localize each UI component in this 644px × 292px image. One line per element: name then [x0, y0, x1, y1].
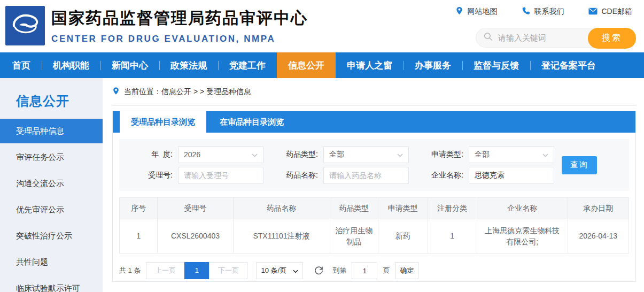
- nav-party[interactable]: 党建工作: [218, 52, 277, 78]
- site-header: 国家药品监督管理局药品审评中心 CENTER FOR DRUG EVALUATI…: [0, 0, 644, 52]
- chevron-down-icon: [293, 267, 298, 275]
- prev-page-button[interactable]: 上一页: [146, 262, 184, 279]
- sidebar-title: 信息公开: [0, 78, 103, 119]
- col-drug-name: 药品名称: [233, 198, 330, 219]
- pagination: 共 1 条 上一页 1 下一页 10 条/页 到第 页 确定: [119, 262, 629, 279]
- nav-applicant-window[interactable]: 申请人之窗: [336, 52, 404, 78]
- sidebar-item-review-tasks[interactable]: 审评任务公示: [0, 145, 103, 170]
- col-company: 企业名称: [477, 198, 568, 219]
- acceptance-no-label: 受理号:: [129, 171, 173, 180]
- col-drug-type: 药品类型: [330, 198, 378, 219]
- cell-date: 2026-04-13: [568, 219, 629, 253]
- sitemap-label: 网站地图: [467, 7, 497, 17]
- confirm-button[interactable]: 确定: [395, 262, 418, 279]
- site-title-cn: 国家药品监督管理局药品审评中心: [51, 7, 308, 29]
- cell-drug-type: 治疗用生物制品: [330, 219, 378, 253]
- chevron-down-icon: [397, 150, 403, 159]
- main-nav: 首页 机构职能 新闻中心 政策法规 党建工作 信息公开 申请人之窗 办事服务 监…: [0, 52, 644, 78]
- cde-mail-label: CDE邮箱: [601, 7, 632, 17]
- company-label: 企业名称:: [420, 171, 463, 180]
- results-table: 序号 受理号 药品名称 药品类型 申请类型 注册分类 企业名称 承办日期 1 C…: [119, 197, 629, 253]
- nav-home[interactable]: 首页: [1, 52, 42, 78]
- goto-unit: 页: [383, 266, 390, 275]
- sidebar-item-communication[interactable]: 沟通交流公示: [0, 171, 103, 196]
- table-row: 1 CXSL2600403 STX11101注射液 治疗用生物制品 新药 1 上…: [120, 219, 629, 253]
- cell-acceptance-no: CXSL2600403: [158, 219, 233, 253]
- cell-company: 上海思德克索生物科技有限公司;: [477, 219, 568, 253]
- year-value: 2026: [184, 150, 200, 159]
- cell-apply-type: 新药: [378, 219, 428, 253]
- search-button[interactable]: 搜索: [588, 28, 636, 49]
- apply-type-value: 全部: [475, 150, 490, 159]
- contact-label: 联系我们: [534, 7, 564, 17]
- goto-page-input[interactable]: [352, 262, 377, 279]
- drug-type-label: 药品类型:: [274, 150, 318, 159]
- col-seq: 序号: [120, 198, 158, 219]
- site-title-en: CENTER FOR DRUG EVALUATION, NMPA: [51, 34, 308, 44]
- drug-name-input[interactable]: [323, 167, 409, 184]
- location-pin-icon: [455, 6, 463, 17]
- sidebar-item-breakthrough-therapy[interactable]: 突破性治疗公示: [0, 224, 103, 248]
- apply-type-label: 申请类型:: [420, 150, 463, 159]
- content-panel: 受理品种目录浏览 在审品种目录浏览 年 度: 2026 药品类型: 全部 申请类…: [112, 111, 636, 282]
- total-count: 共 1 条: [119, 266, 141, 275]
- chevron-down-icon: [252, 150, 258, 159]
- tab-under-review-catalog[interactable]: 在审品种目录浏览: [206, 111, 297, 133]
- sidebar-item-clinical-trial-license[interactable]: 临床试验默示许可: [0, 276, 103, 292]
- table-header-row: 序号 受理号 药品名称 药品类型 申请类型 注册分类 企业名称 承办日期: [120, 198, 629, 219]
- sidebar-item-priority-review[interactable]: 优先审评公示: [0, 197, 103, 222]
- nav-policy[interactable]: 政策法规: [159, 52, 218, 78]
- tab-bar: 受理品种目录浏览 在审品种目录浏览: [113, 111, 635, 133]
- filter-form: 年 度: 2026 药品类型: 全部 申请类型: 全部: [119, 139, 629, 191]
- nav-supervision[interactable]: 监督与反馈: [462, 52, 530, 78]
- location-pin-icon: [112, 87, 120, 97]
- search-icon: [484, 32, 493, 43]
- drug-type-select[interactable]: 全部: [323, 146, 409, 163]
- sidebar: 信息公开 受理品种信息 审评任务公示 沟通交流公示 优先审评公示 突破性治疗公示…: [0, 78, 103, 292]
- sidebar-item-accepted-varieties[interactable]: 受理品种信息: [0, 119, 103, 143]
- company-input[interactable]: [469, 167, 554, 184]
- cde-logo[interactable]: [5, 6, 45, 45]
- nav-registration-platform[interactable]: 登记备案平台: [530, 52, 607, 78]
- year-label: 年 度:: [129, 150, 173, 159]
- keyword-search: 搜索: [476, 28, 636, 48]
- year-select[interactable]: 2026: [178, 146, 263, 163]
- page-size-value: 10 条/页: [261, 266, 286, 275]
- cell-reg-class: 1: [428, 219, 477, 253]
- col-date: 承办日期: [568, 198, 629, 219]
- acceptance-no-input[interactable]: [178, 167, 263, 184]
- breadcrumb: 当前位置：信息公开 > > 受理品种信息: [112, 78, 636, 106]
- tab-accepted-catalog[interactable]: 受理品种目录浏览: [120, 111, 206, 133]
- col-acceptance-no: 受理号: [158, 198, 233, 219]
- phone-icon: [522, 7, 530, 17]
- cell-seq: 1: [120, 219, 158, 253]
- goto-label: 到第: [332, 266, 346, 275]
- next-page-button[interactable]: 下一页: [209, 262, 247, 279]
- drug-type-value: 全部: [329, 150, 344, 159]
- apply-type-select[interactable]: 全部: [469, 146, 554, 163]
- chevron-down-icon: [542, 150, 548, 159]
- sidebar-item-common-issues[interactable]: 共性问题: [0, 250, 103, 274]
- header-utility-links: 网站地图 联系我们 CDE邮箱: [455, 6, 632, 17]
- cell-drug-name: STX11101注射液: [233, 219, 330, 253]
- nav-services[interactable]: 办事服务: [404, 52, 462, 78]
- contact-link[interactable]: 联系我们: [522, 7, 564, 17]
- envelope-icon: [588, 7, 598, 17]
- nav-functions[interactable]: 机构职能: [42, 52, 100, 78]
- col-reg-class: 注册分类: [428, 198, 477, 219]
- breadcrumb-text: 当前位置：信息公开 > > 受理品种信息: [124, 87, 251, 97]
- cde-swirl-logo-icon: [9, 8, 42, 43]
- nav-news[interactable]: 新闻中心: [100, 52, 159, 78]
- page-size-select[interactable]: 10 条/页: [256, 262, 303, 279]
- drug-name-label: 药品名称:: [274, 171, 318, 180]
- col-apply-type: 申请类型: [378, 198, 428, 219]
- refresh-icon[interactable]: [314, 266, 324, 276]
- query-button[interactable]: 查询: [562, 156, 597, 174]
- sitemap-link[interactable]: 网站地图: [455, 6, 497, 17]
- page-1-button[interactable]: 1: [184, 262, 209, 279]
- nav-info-disclosure[interactable]: 信息公开: [277, 52, 336, 78]
- cde-mail-link[interactable]: CDE邮箱: [588, 7, 632, 17]
